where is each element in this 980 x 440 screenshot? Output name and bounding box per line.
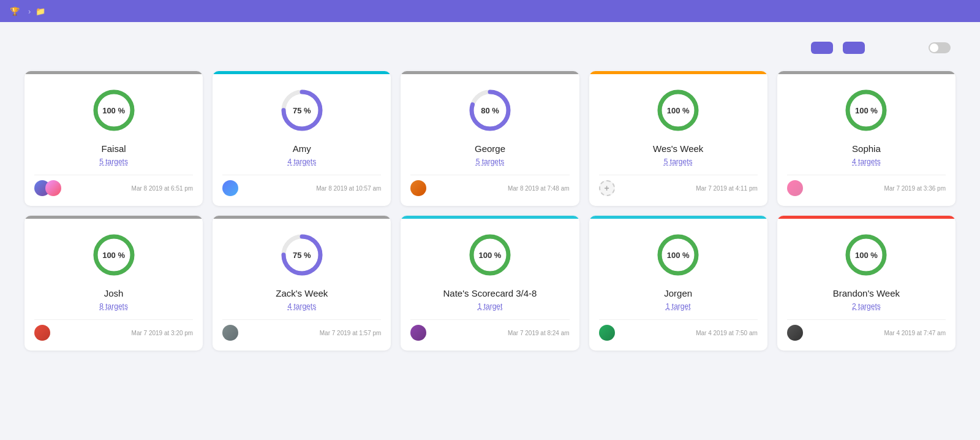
- card-targets[interactable]: 5 targets: [476, 157, 505, 166]
- avatar-group: [787, 325, 803, 341]
- sharing-permissions-button[interactable]: [811, 42, 833, 54]
- cards-grid: 100 % Faisal 5 targets Mar 8 2019 at 6:5…: [24, 71, 956, 351]
- show-archived-toggle-wrap: [929, 42, 956, 53]
- avatar-group: [787, 180, 803, 196]
- card-top-bar: [24, 71, 203, 74]
- progress-text: 100 %: [102, 106, 125, 115]
- progress-circle: 100 %: [654, 86, 703, 135]
- avatar-group: [410, 180, 426, 196]
- scorecard-card[interactable]: 75 % Zack's Week 4 targets Mar 7 2019 at…: [213, 216, 391, 351]
- card-footer: Mar 7 2019 at 3:20 pm: [34, 319, 193, 341]
- avatar: +: [599, 180, 615, 196]
- progress-text: 100 %: [102, 251, 125, 260]
- avatar-group: +: [599, 180, 615, 196]
- card-title: Wes's Week: [653, 143, 703, 154]
- progress-text: 80 %: [481, 106, 499, 115]
- card-top-bar: [24, 216, 203, 219]
- card-targets[interactable]: 4 targets: [287, 157, 316, 166]
- scorecard-card[interactable]: 100 % Sophia 4 targets Mar 7 2019 at 3:3…: [777, 71, 956, 206]
- card-title: Jorgen: [664, 288, 692, 298]
- header-row: [24, 42, 956, 54]
- card-date: Mar 4 2019 at 7:50 am: [696, 330, 758, 336]
- card-top-bar: [777, 71, 956, 74]
- avatar-group: [34, 325, 50, 341]
- card-date: Mar 7 2019 at 8:24 am: [508, 330, 570, 336]
- scorecard-card[interactable]: 80 % George 5 targets Mar 8 2019 at 7:48…: [401, 71, 579, 206]
- avatar: [222, 325, 238, 341]
- card-top-bar: [589, 216, 767, 219]
- card-title: Brandon's Week: [833, 288, 900, 298]
- card-date: Mar 7 2019 at 3:36 pm: [884, 185, 946, 192]
- avatar: [222, 180, 238, 196]
- sort-options: [880, 47, 919, 49]
- avatar-group: [599, 325, 615, 341]
- breadcrumb-sep: ›: [28, 7, 31, 16]
- scorecard-card[interactable]: 100 % Nate's Scorecard 3/4-8 1 target Ma…: [401, 216, 579, 351]
- progress-circle: 100 %: [89, 86, 138, 135]
- card-targets[interactable]: 1 target: [478, 302, 503, 311]
- card-footer: + Mar 7 2019 at 4:11 pm: [599, 175, 758, 196]
- progress-circle: 100 %: [842, 86, 891, 135]
- avatar: [599, 325, 615, 341]
- avatar: [787, 325, 803, 341]
- card-title: Zack's Week: [276, 288, 328, 298]
- progress-text: 75 %: [293, 251, 311, 260]
- card-targets[interactable]: 4 targets: [852, 157, 881, 166]
- current-folder-nav[interactable]: 📁: [36, 7, 49, 16]
- card-date: Mar 8 2019 at 10:57 am: [316, 185, 381, 192]
- card-targets[interactable]: 5 targets: [99, 157, 128, 166]
- show-archived-toggle[interactable]: [929, 42, 951, 53]
- card-targets[interactable]: 5 targets: [664, 157, 693, 166]
- progress-circle: 100 %: [654, 230, 703, 279]
- avatar-group: [222, 325, 238, 341]
- card-top-bar: [777, 216, 956, 219]
- avatar: [34, 325, 50, 341]
- scorecard-card[interactable]: 100 % Wes's Week 5 targets + Mar 7 2019 …: [589, 71, 767, 206]
- card-top-bar: [401, 216, 579, 219]
- scorecard-card[interactable]: 100 % Faisal 5 targets Mar 8 2019 at 6:5…: [24, 71, 203, 206]
- card-top-bar: [213, 216, 391, 219]
- main-content: 100 % Faisal 5 targets Mar 8 2019 at 6:5…: [0, 22, 980, 365]
- progress-text: 100 %: [667, 251, 690, 260]
- card-footer: Mar 8 2019 at 10:57 am: [222, 175, 381, 196]
- card-top-bar: [589, 71, 767, 74]
- card-title: Nate's Scorecard 3/4-8: [443, 288, 537, 298]
- card-date: Mar 8 2019 at 6:51 pm: [132, 185, 194, 192]
- avatar-group: [222, 180, 238, 196]
- card-targets[interactable]: 2 targets: [852, 302, 881, 311]
- card-targets[interactable]: 1 target: [666, 302, 691, 311]
- progress-text: 100 %: [855, 106, 878, 115]
- progress-circle: 100 %: [842, 230, 891, 279]
- card-footer: Mar 7 2019 at 3:36 pm: [787, 175, 946, 196]
- trophy-icon: 🏆: [10, 7, 20, 16]
- progress-text: 100 %: [479, 251, 502, 260]
- card-targets[interactable]: 4 targets: [287, 302, 316, 311]
- all-goals-nav[interactable]: 🏆: [10, 7, 23, 16]
- card-title: Josh: [104, 288, 124, 298]
- card-title: Sophia: [852, 143, 881, 154]
- progress-circle: 75 %: [277, 86, 326, 135]
- card-footer: Mar 4 2019 at 7:50 am: [599, 319, 758, 341]
- progress-circle: 100 %: [466, 230, 514, 279]
- scorecard-card[interactable]: 75 % Amy 4 targets Mar 8 2019 at 10:57 a…: [213, 71, 391, 206]
- card-targets[interactable]: 8 targets: [99, 302, 128, 311]
- card-top-bar: [213, 71, 391, 74]
- card-footer: Mar 8 2019 at 6:51 pm: [34, 175, 193, 196]
- card-date: Mar 8 2019 at 7:48 am: [508, 185, 570, 192]
- avatar: [45, 180, 61, 196]
- progress-circle: 80 %: [466, 86, 514, 135]
- progress-text: 75 %: [293, 106, 311, 115]
- avatar: [410, 325, 426, 341]
- new-goal-button[interactable]: [843, 42, 865, 54]
- scorecard-card[interactable]: 100 % Jorgen 1 target Mar 4 2019 at 7:50…: [589, 216, 767, 351]
- card-date: Mar 7 2019 at 3:20 pm: [132, 330, 194, 336]
- avatar-group: [34, 180, 61, 196]
- card-title: Faisal: [102, 143, 126, 154]
- scorecard-card[interactable]: 100 % Brandon's Week 2 targets Mar 4 201…: [777, 216, 956, 351]
- card-date: Mar 4 2019 at 7:47 am: [884, 330, 946, 336]
- progress-text: 100 %: [667, 106, 690, 115]
- topbar: 🏆 › 📁: [0, 0, 980, 22]
- card-footer: Mar 7 2019 at 8:24 am: [410, 319, 569, 341]
- card-footer: Mar 8 2019 at 7:48 am: [410, 175, 569, 196]
- scorecard-card[interactable]: 100 % Josh 8 targets Mar 7 2019 at 3:20 …: [24, 216, 203, 351]
